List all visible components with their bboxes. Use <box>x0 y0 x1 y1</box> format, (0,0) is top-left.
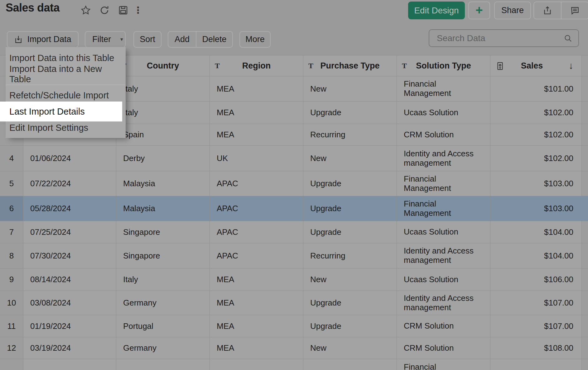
column-header-sales[interactable]: Sales↓ <box>490 55 582 76</box>
table-row-12[interactable]: 1203/19/2024GermanyMEANewCRM Solution$10… <box>0 337 588 359</box>
cell-solution_type[interactable]: Financial Management <box>397 196 490 221</box>
cell-date[interactable]: 07/22/2024 <box>23 171 116 196</box>
cell-sales[interactable]: $107.00 <box>490 291 582 315</box>
import-data-button[interactable]: Import Data <box>7 31 79 48</box>
search-input[interactable] <box>436 33 563 44</box>
cell-sales[interactable]: $102.00 <box>490 124 582 145</box>
column-header-purchase-type[interactable]: TPurchase Type <box>303 55 397 76</box>
cell-region[interactable]: APAC <box>210 243 303 268</box>
cell-solution_type[interactable]: Ucaas Solution <box>397 268 490 291</box>
favorite-star-icon[interactable] <box>80 4 92 16</box>
cell-purchase_type[interactable]: New <box>303 146 397 171</box>
cell-num[interactable]: 5 <box>0 171 23 196</box>
cell-country[interactable]: Malaysia <box>116 171 210 196</box>
cell-purchase_type[interactable]: Recurring <box>303 124 397 145</box>
cell-purchase_type[interactable]: Recurring <box>303 243 397 268</box>
cell-purchase_type[interactable]: New <box>303 337 397 359</box>
cell-solution_type[interactable]: CRM Solution <box>397 124 490 145</box>
cell-region[interactable]: MEA <box>210 76 303 101</box>
menu-item-refetch-schedule-import[interactable]: Refetch/Schedule Import <box>6 87 126 103</box>
cell-date[interactable]: 01/19/2024 <box>23 315 116 337</box>
cell-region[interactable]: APAC <box>210 221 303 243</box>
export-icon[interactable] <box>534 2 561 19</box>
cell-num[interactable]: 6 <box>0 196 23 221</box>
cell-purchase_type[interactable]: Upgrade <box>303 291 397 315</box>
sort-descending-arrow-icon[interactable]: ↓ <box>569 60 573 71</box>
table-row-10[interactable]: 1003/08/2024GermanyMEAUpgradeIdentity an… <box>0 291 588 315</box>
cell-date[interactable]: 01/06/2024 <box>23 146 116 171</box>
cell-region[interactable]: MEA <box>210 102 303 124</box>
cell-region[interactable]: MEA <box>210 337 303 359</box>
cell-num[interactable] <box>0 359 23 370</box>
menu-item-edit-import-settings[interactable]: Edit Import Settings <box>6 120 126 136</box>
cell-solution_type[interactable]: CRM Solution <box>397 315 490 337</box>
table-row-13[interactable]: Financial Management <box>0 359 588 370</box>
table-row-11[interactable]: 1101/19/2024PortugalMEAUpgradeCRM Soluti… <box>0 315 588 337</box>
cell-country[interactable]: Malaysia <box>116 196 210 221</box>
cell-region[interactable]: MEA <box>210 315 303 337</box>
cell-num[interactable]: 10 <box>0 291 23 315</box>
cell-solution_type[interactable]: Ucaas Solution <box>397 221 490 243</box>
save-icon[interactable] <box>117 4 129 16</box>
cell-sales[interactable]: $104.00 <box>490 243 582 268</box>
menu-item-import-into-new-table[interactable]: Import Data into a New Table <box>6 66 126 82</box>
add-new-button[interactable]: + <box>468 2 490 19</box>
filter-dropdown-caret-icon[interactable]: ▾ <box>117 36 127 43</box>
cell-date[interactable]: 07/30/2024 <box>23 243 116 268</box>
cell-country[interactable] <box>116 359 210 370</box>
cell-date[interactable]: 03/19/2024 <box>23 337 116 359</box>
column-header-solution-type[interactable]: TSolution Type <box>397 55 490 76</box>
comment-icon[interactable] <box>561 2 588 19</box>
cell-num[interactable]: 12 <box>0 337 23 359</box>
cell-date[interactable]: 05/28/2024 <box>23 196 116 221</box>
cell-sales[interactable]: $103.00 <box>490 196 582 221</box>
cell-country[interactable]: Germany <box>116 337 210 359</box>
cell-sales[interactable]: $102.00 <box>490 102 582 124</box>
cell-country[interactable]: Germany <box>116 291 210 315</box>
cell-region[interactable]: MEA <box>210 291 303 315</box>
cell-num[interactable]: 8 <box>0 243 23 268</box>
cell-region[interactable]: APAC <box>210 171 303 196</box>
cell-sales[interactable]: $107.00 <box>490 315 582 337</box>
more-options-kebab-icon[interactable]: ⋮ <box>132 4 144 16</box>
cell-solution_type[interactable]: Financial Management <box>397 171 490 196</box>
cell-purchase_type[interactable] <box>303 359 397 370</box>
cell-purchase_type[interactable]: Upgrade <box>303 315 397 337</box>
cell-region[interactable]: MEA <box>210 268 303 291</box>
cell-country[interactable]: Italy <box>116 76 210 101</box>
table-row-4[interactable]: 401/06/2024DerbyUKNewIdentity and Access… <box>0 146 588 171</box>
cell-num[interactable]: 9 <box>0 268 23 291</box>
cell-purchase_type[interactable]: Upgrade <box>303 171 397 196</box>
cell-solution_type[interactable]: Identity and Access management <box>397 291 490 315</box>
column-header-region[interactable]: TRegion <box>210 55 303 76</box>
cell-sales[interactable]: $102.00 <box>490 146 582 171</box>
table-row-9[interactable]: 908/14/2024ItalyMEANewUcaas Solution$106… <box>0 268 588 291</box>
cell-date[interactable]: 08/14/2024 <box>23 268 116 291</box>
cell-purchase_type[interactable]: New <box>303 268 397 291</box>
cell-solution_type[interactable]: CRM Solution <box>397 337 490 359</box>
edit-design-button[interactable]: Edit Design <box>408 2 465 19</box>
table-row-8[interactable]: 807/30/2024SingaporeAPACRecurringIdentit… <box>0 243 588 268</box>
cell-sales[interactable]: $106.00 <box>490 268 582 291</box>
cell-date[interactable]: 07/25/2024 <box>23 221 116 243</box>
table-row-6[interactable]: 605/28/2024MalaysiaAPACUpgradeFinancial … <box>0 196 588 221</box>
cell-country[interactable]: Singapore <box>116 221 210 243</box>
cell-country[interactable]: Portugal <box>116 315 210 337</box>
cell-solution_type[interactable]: Financial Management <box>397 359 490 370</box>
cell-num[interactable]: 4 <box>0 146 23 171</box>
cell-country[interactable]: Singapore <box>116 243 210 268</box>
cell-solution_type[interactable]: Identity and Access management <box>397 146 490 171</box>
cell-sales[interactable]: $108.00 <box>490 337 582 359</box>
cell-date[interactable]: 03/08/2024 <box>23 291 116 315</box>
cell-region[interactable] <box>210 359 303 370</box>
more-button[interactable]: More <box>239 31 271 48</box>
cell-region[interactable]: UK <box>210 146 303 171</box>
cell-sales[interactable]: $104.00 <box>490 221 582 243</box>
sort-button[interactable]: Sort <box>133 31 161 48</box>
cell-purchase_type[interactable]: Upgrade <box>303 221 397 243</box>
cell-purchase_type[interactable]: Upgrade <box>303 196 397 221</box>
add-button[interactable]: Add <box>168 32 196 47</box>
cell-num[interactable]: 11 <box>0 315 23 337</box>
cell-solution_type[interactable]: Identity and Access management <box>397 243 490 268</box>
share-button[interactable]: Share <box>494 2 531 19</box>
